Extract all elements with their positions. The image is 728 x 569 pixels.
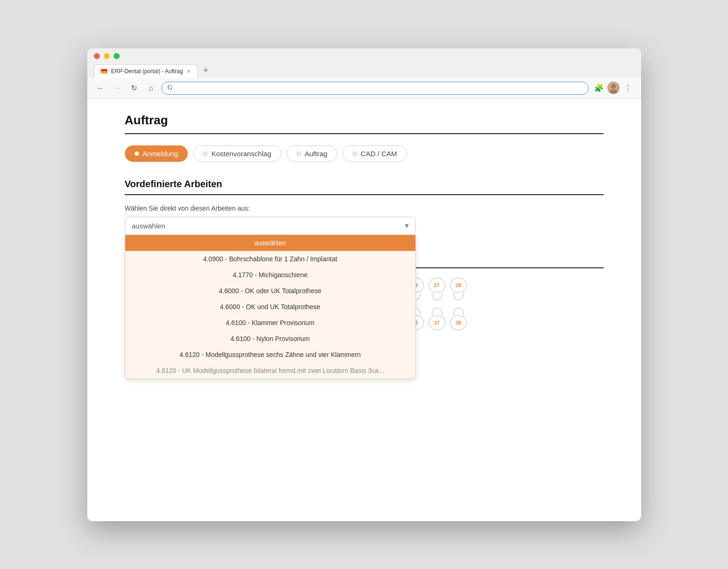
back-button[interactable]: ← (94, 82, 107, 95)
google-logo: G (168, 84, 176, 92)
dropdown-item-2[interactable]: 4.1770 - Michiganschiene (125, 267, 415, 283)
tooth-37[interactable]: 37 (427, 308, 447, 330)
vordefinierte-section: Vordefinierte Arbeiten Wählen Sie direkt… (125, 179, 604, 235)
dropdown-item-selected[interactable]: auswählen (125, 235, 415, 251)
tooth-28[interactable]: 28 (449, 278, 468, 300)
tooth-root-27 (432, 293, 442, 300)
traffic-lights (94, 53, 635, 59)
tab-favicon (101, 69, 107, 74)
maximize-window-button[interactable] (114, 53, 120, 59)
dropdown-item-6[interactable]: 4.6100 - Nylon Provisorium (125, 331, 415, 347)
home-button[interactable]: ⌂ (145, 82, 158, 95)
dropdown-item-5[interactable]: 4.6100 - Klammer Provisorium (125, 315, 415, 331)
dropdown-item-1[interactable]: 4.0900 - Bohrschablone für 1 Zahn / Impl… (125, 251, 415, 267)
page-title: Auftrag (125, 113, 604, 134)
tooth-root-38 (453, 308, 464, 315)
step-dot-kostenvoranschlag (203, 152, 207, 156)
dropdown-item-7[interactable]: 4.6120 - Modellgussprothese sechs Zähne … (125, 347, 415, 363)
browser-window: ERP-Dental (portal) - Auftrag × + ← → ↻ … (87, 48, 641, 521)
address-input[interactable] (180, 84, 582, 92)
active-tab[interactable]: ERP-Dental (portal) - Auftrag × (94, 64, 198, 78)
nav-icons: 🧩 ⋮ (592, 82, 635, 95)
tooth-crown-28: 28 (450, 278, 467, 293)
tab-close-button[interactable]: × (187, 68, 191, 75)
step-auftrag[interactable]: Auftrag (287, 145, 337, 162)
step-dot-cad-cam (353, 152, 357, 156)
step-dot-anmeldung (135, 152, 139, 156)
tooth-crown-37: 37 (429, 315, 445, 330)
step-buttons: Anmeldung Kostenvoranschlag Auftrag CAD … (125, 145, 604, 162)
step-anmeldung[interactable]: Anmeldung (125, 145, 188, 162)
extensions-button[interactable]: 🧩 (592, 82, 605, 95)
step-label-cad-cam: CAD / CAM (360, 150, 397, 158)
close-window-button[interactable] (94, 53, 100, 59)
dropdown-item-4[interactable]: 4.6000 - OK und UK Totalprothese (125, 299, 415, 315)
tooth-38[interactable]: 38 (449, 308, 468, 330)
tab-title: ERP-Dental (portal) - Auftrag (111, 68, 183, 75)
more-options-button[interactable]: ⋮ (621, 82, 635, 95)
reload-button[interactable]: ↻ (128, 82, 141, 95)
tooth-root-28 (453, 293, 464, 300)
user-avatar[interactable] (607, 82, 620, 94)
svg-point-1 (611, 84, 616, 89)
step-dot-auftrag (297, 152, 301, 156)
tooth-27[interactable]: 27 (427, 278, 447, 300)
dropdown-wrapper: auswählen 4.0900 - Bohrschablone für 1 Z… (125, 217, 416, 235)
tab-bar: ERP-Dental (portal) - Auftrag × + (94, 63, 635, 78)
arbeiten-select[interactable]: auswählen 4.0900 - Bohrschablone für 1 Z… (125, 217, 416, 235)
title-bar: ERP-Dental (portal) - Auftrag × + (87, 48, 641, 78)
step-label-kostenvoranschlag: Kostenvoranschlag (211, 150, 271, 158)
new-tab-button[interactable]: + (199, 63, 213, 78)
dropdown-item-8[interactable]: 4.6120 - UK Modellgussprothese bilateral… (125, 363, 415, 379)
dropdown-open-list: auswählen 4.0900 - Bohrschablone für 1 Z… (125, 235, 416, 379)
dropdown-item-3[interactable]: 4.6000 - OK oder UK Totalprothese (125, 283, 415, 299)
vordefinierte-label: Wählen Sie direkt von diesen Arbeiten au… (125, 205, 604, 212)
tooth-crown-38: 38 (450, 315, 467, 330)
page-content: Auftrag Anmeldung Kostenvoranschlag Auft… (87, 99, 641, 521)
step-label-auftrag: Auftrag (305, 150, 327, 158)
step-cad-cam[interactable]: CAD / CAM (343, 145, 407, 162)
step-label-anmeldung: Anmeldung (143, 150, 178, 158)
tooth-root-37 (432, 308, 442, 315)
vordefinierte-title: Vordefinierte Arbeiten (125, 179, 604, 195)
forward-button[interactable]: → (111, 82, 124, 95)
nav-bar: ← → ↻ ⌂ G 🧩 ⋮ (87, 78, 641, 99)
minimize-window-button[interactable] (104, 53, 110, 59)
tooth-crown-27: 27 (429, 278, 445, 293)
address-bar[interactable]: G (161, 82, 589, 95)
step-kostenvoranschlag[interactable]: Kostenvoranschlag (193, 145, 281, 162)
